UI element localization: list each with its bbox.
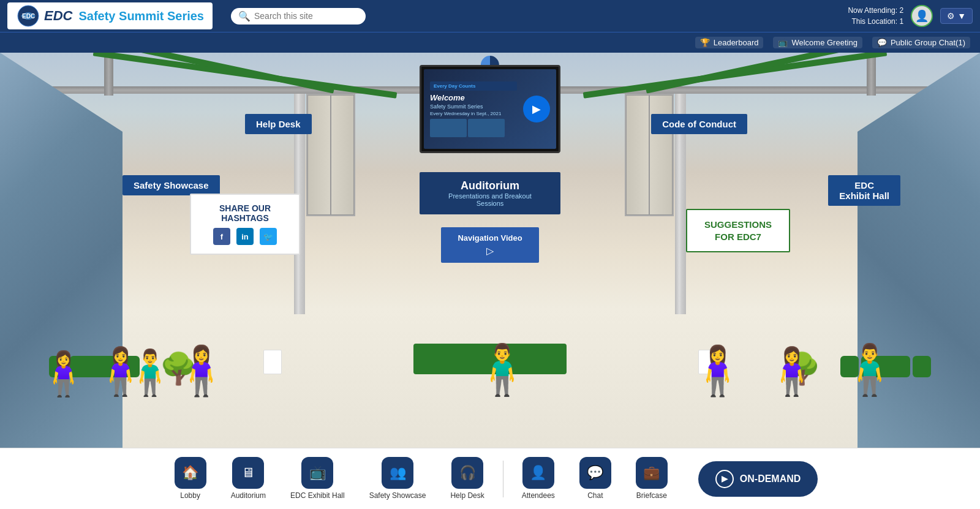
nav-attendees[interactable]: 👤 Attendees — [510, 452, 567, 505]
nav-help-desk[interactable]: 🎧 Help Desk — [438, 452, 496, 505]
welcome-video-screen[interactable]: Every Day Counts Welcome Safety Summit S… — [420, 65, 560, 153]
screen-text: Every Day Counts Welcome Safety Summit S… — [430, 81, 517, 137]
search-area[interactable]: 🔍 — [231, 8, 366, 25]
briefcase-icon: 💼 — [636, 457, 668, 489]
sofa-arm-right — [913, 356, 931, 377]
leaderboard-label: Leaderboard — [714, 38, 759, 47]
search-box[interactable]: 🔍 — [231, 8, 366, 25]
public-chat-label: Public Group Chat(1) — [891, 38, 965, 47]
welcome-greeting-button[interactable]: 📺 Welcome Greeting — [773, 37, 862, 48]
screen-subtitle: Safety Summit Series — [430, 104, 517, 110]
attending-count: Now Attending: 2 — [848, 5, 903, 16]
exhibit-hall-line2: Exhibit Hall — [839, 190, 889, 201]
elevator-door-right — [331, 95, 354, 215]
person-6: 🧍‍♀️ — [688, 343, 747, 399]
settings-button[interactable]: ⚙ ▼ — [940, 8, 973, 24]
screen-logo-text: Every Day Counts — [430, 81, 517, 91]
nav-briefcase[interactable]: 💼 Briefcase — [624, 452, 680, 505]
search-input[interactable] — [254, 11, 361, 21]
hashtag-sign: SHARE OUR HASHTAGS f in 🐦 — [190, 194, 300, 255]
svg-text:EDC: EDC — [22, 13, 35, 20]
nav-chat[interactable]: 💬 Chat — [567, 452, 624, 505]
screen-dates: Every Wednesday in Sept., 2021 — [430, 111, 517, 116]
sub-header: 🏆 Leaderboard 📺 Welcome Greeting 💬 Publi… — [0, 32, 980, 53]
elevator-door-left — [626, 95, 649, 215]
left-elevator — [306, 94, 355, 216]
main-header: EDC EDC Safety Summit Series 🔍 Now Atten… — [0, 0, 980, 32]
safety-showcase-nav-icon: 👥 — [382, 457, 413, 489]
hashtag-title: SHARE OUR HASHTAGS — [200, 203, 290, 223]
left-planter — [263, 350, 282, 374]
edc-logo: EDC EDC Safety Summit Series — [16, 5, 204, 27]
chevron-down-icon: ▼ — [957, 11, 966, 21]
safety-showcase-label[interactable]: Safety Showcase — [123, 175, 220, 195]
screen-content: Every Day Counts Welcome Safety Summit S… — [424, 69, 556, 149]
edc-emblem-icon: EDC — [16, 5, 40, 27]
person-1: 🧍‍♀️ — [37, 349, 90, 399]
suggestions-title: SUGGESTIONS FOR EDC7 — [696, 219, 780, 243]
auditorium-nav-icon: 🖥 — [232, 457, 264, 489]
upper-left-column — [104, 53, 113, 96]
upper-right-column — [867, 53, 876, 96]
main-scene: U.S. Department of Transportation Federa… — [0, 53, 980, 448]
screen-image-2 — [468, 119, 505, 137]
attendees-icon: 👤 — [522, 457, 554, 489]
person-5: 🧍‍♂️ — [472, 341, 533, 399]
auditorium-button[interactable]: Auditorium Presentations and Breakout Se… — [420, 172, 560, 214]
header-right: Now Attending: 2 This Location: 1 👤 ⚙ ▼ — [848, 5, 973, 27]
auditorium-subtitle: Presentations and Breakout Sessions — [438, 192, 542, 207]
summit-text: Safety Summit Series — [78, 9, 204, 23]
facebook-icon[interactable]: f — [213, 228, 230, 245]
on-demand-play-icon: ▶ — [715, 470, 734, 488]
chat-nav-icon: 💬 — [579, 457, 611, 489]
screen-image-1 — [430, 119, 467, 137]
on-demand-label: ON-DEMAND — [740, 473, 801, 484]
elevator-door-right — [649, 95, 673, 215]
person-7: 🧍‍♀️ — [763, 345, 821, 399]
lobby-icon: 🏠 — [175, 457, 206, 489]
search-icon: 🔍 — [238, 10, 251, 22]
video-play-button[interactable]: ▶ — [523, 96, 550, 123]
attendees-label: Attendees — [522, 491, 555, 500]
person-4: 🧍‍♀️ — [172, 343, 231, 399]
twitter-icon[interactable]: 🐦 — [260, 228, 277, 245]
code-of-conduct-label[interactable]: Code of Conduct — [651, 114, 747, 134]
person-3: 🧍‍♂️ — [123, 347, 178, 399]
location-count: This Location: 1 — [848, 16, 903, 27]
suggestions-sign[interactable]: SUGGESTIONS FOR EDC7 — [686, 209, 790, 252]
auditorium-nav-label: Auditorium — [231, 491, 266, 500]
greeting-icon: 📺 — [778, 38, 788, 47]
auditorium-title: Auditorium — [438, 179, 542, 192]
nav-safety-showcase[interactable]: 👥 Safety Showcase — [357, 452, 439, 505]
trophy-icon: 🏆 — [700, 38, 710, 47]
nav-auditorium[interactable]: 🖥 Auditorium — [219, 452, 278, 505]
safety-showcase-nav-label: Safety Showcase — [369, 491, 426, 500]
screen-images — [430, 119, 517, 137]
nav-video-title: Navigation Video — [453, 233, 527, 243]
nav-divider — [503, 461, 503, 497]
nav-lobby[interactable]: 🏠 Lobby — [162, 452, 219, 505]
help-desk-label[interactable]: Help Desk — [245, 114, 312, 134]
help-desk-nav-label: Help Desk — [450, 491, 484, 500]
nav-exhibit-hall[interactable]: 📺 EDC Exhibit Hall — [278, 452, 357, 505]
help-desk-nav-icon: 🎧 — [451, 457, 483, 489]
avatar[interactable]: 👤 — [911, 5, 933, 27]
social-icons: f in 🐦 — [200, 228, 290, 245]
public-group-chat-button[interactable]: 💬 Public Group Chat(1) — [872, 37, 970, 48]
elevator-door-left — [307, 95, 331, 215]
chat-nav-label: Chat — [587, 491, 603, 500]
exhibit-hall-nav-label: EDC Exhibit Hall — [290, 491, 345, 500]
navigation-video-button[interactable]: Navigation Video ▷ — [441, 227, 539, 263]
right-elevator — [625, 94, 674, 216]
leaderboard-button[interactable]: 🏆 Leaderboard — [695, 37, 764, 48]
edc-text: EDC — [44, 8, 72, 24]
person-8: 🧍‍♂️ — [839, 341, 900, 399]
gear-icon: ⚙ — [947, 11, 955, 21]
logo-area: EDC EDC Safety Summit Series — [7, 2, 213, 29]
linkedin-icon[interactable]: in — [236, 228, 254, 245]
exhibit-hall-line1: EDC — [839, 180, 889, 190]
on-demand-button[interactable]: ▶ ON-DEMAND — [698, 461, 818, 497]
screen-welcome-text: Welcome — [430, 93, 517, 102]
exhibit-hall-nav-icon: 📺 — [301, 457, 333, 489]
exhibit-hall-label[interactable]: EDC Exhibit Hall — [828, 175, 900, 206]
